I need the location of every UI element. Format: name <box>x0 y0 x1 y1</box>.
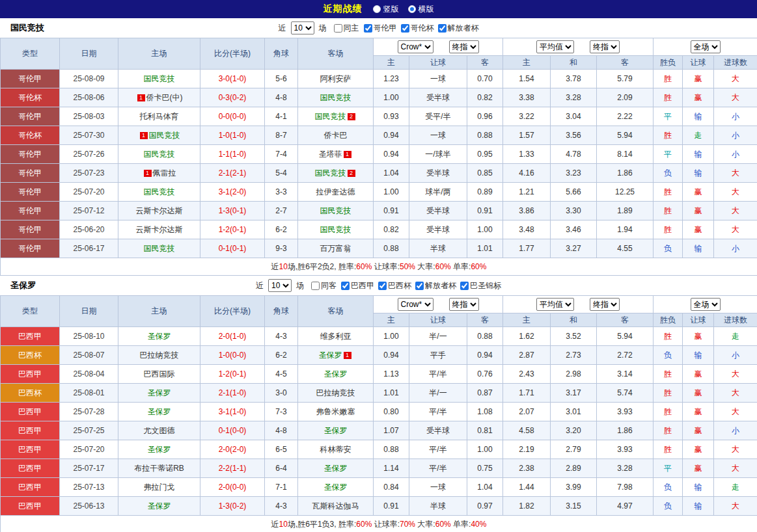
filter-bar: 圣保罗 近 10 场 同客 巴西甲巴西杯解放者杯巴圣锦标 <box>0 276 757 295</box>
league-filter-1[interactable]: 哥伦杯 <box>401 23 434 34</box>
league-filter-2[interactable]: 解放者杯 <box>415 280 456 291</box>
league-filter-0[interactable]: 哥伦甲 <box>364 23 397 34</box>
team-link: 巴拉纳竞技 <box>316 388 355 397</box>
result-handicap: 输 <box>683 346 714 365</box>
handicap-line: 受半球 <box>409 220 467 239</box>
radio-label: 横版 <box>419 4 434 15</box>
team-link: 国民竞技 <box>144 187 175 196</box>
euro-odds-home: 2.43 <box>503 365 551 384</box>
match-date: 25-07-13 <box>60 478 118 497</box>
league-checkbox[interactable] <box>460 282 469 290</box>
period-select[interactable]: 全场 <box>691 40 721 53</box>
match-date: 25-07-25 <box>60 421 118 440</box>
handicap-line: 受半球 <box>409 202 467 220</box>
bookmaker-select[interactable]: Crow* <box>398 298 434 311</box>
average-select[interactable]: 平均值 <box>536 298 574 311</box>
result-outcome: 负 <box>654 478 683 497</box>
euro-odds-draw: 3.15 <box>551 497 597 516</box>
home-team-cell: 弗拉门戈 <box>118 478 200 497</box>
away-team-cell: 国民竞技2 <box>298 107 374 126</box>
orientation-radio-0[interactable]: 竖版 <box>373 4 399 15</box>
orientation-radio-1[interactable]: 横版 <box>408 4 434 15</box>
same-venue-checkbox[interactable] <box>311 282 320 290</box>
col-header-euro-home: 主 <box>503 56 551 70</box>
col-header-score: 比分(半场) <box>200 38 265 70</box>
handicap-odds-away: 0.81 <box>467 421 503 440</box>
match-row: 哥伦甲25-08-09国民竞技3-0(1-0)5-6阿利安萨1.23一球0.70… <box>1 70 757 88</box>
euro-odds-home: 2.38 <box>503 459 551 478</box>
summary-segment: 60% <box>471 262 486 271</box>
away-team-cell: 圣保罗1 <box>298 346 374 365</box>
summary-segment: 近 <box>271 520 279 529</box>
odds-stage-select-2[interactable]: 终指 <box>590 298 620 311</box>
odds-stage-select[interactable]: 终指 <box>449 298 479 311</box>
match-date: 25-07-30 <box>60 126 118 145</box>
odds-stage-select[interactable]: 终指 <box>449 40 479 53</box>
away-team-cell: 圣保罗 <box>298 421 374 440</box>
euro-odds-home: 1.77 <box>503 239 551 258</box>
red-card-badge: 1 <box>140 132 148 139</box>
score: 1-0(1-0) <box>200 126 265 145</box>
result-group: 全场 <box>654 296 757 313</box>
league-type: 巴西甲 <box>1 421 60 440</box>
team-link: 布拉干蒂诺RB <box>134 464 184 473</box>
result-handicap: 赢 <box>683 70 714 88</box>
col-header-away: 客场 <box>298 38 374 70</box>
odds-stage-select-2[interactable]: 终指 <box>590 40 620 53</box>
league-filter-2[interactable]: 解放者杯 <box>438 23 479 34</box>
handicap-line: 平/半 <box>409 365 467 384</box>
league-checkbox[interactable] <box>364 24 372 33</box>
same-venue-checkbox[interactable] <box>334 24 342 33</box>
team-link: 巴西国际 <box>144 369 175 379</box>
match-row: 巴西杯25-08-07巴拉纳竞技1-0(0-0)6-2圣保罗10.94平手0.9… <box>1 346 757 365</box>
handicap-odds-home: 1.00 <box>374 88 409 107</box>
col-header-hcap-away: 客 <box>467 313 503 327</box>
away-team-cell: 国民竞技2 <box>298 164 374 183</box>
corner-count: 4-3 <box>265 497 298 516</box>
league-checkbox[interactable] <box>401 24 409 33</box>
league-type: 哥伦杯 <box>1 126 60 145</box>
home-team-cell: 国民竞技 <box>118 145 200 164</box>
result-handicap: 赢 <box>683 403 714 421</box>
same-venue-filter[interactable]: 同主 <box>334 23 359 34</box>
handicap-odds-home: 1.00 <box>374 327 409 346</box>
euro-odds-home: 3.86 <box>503 202 551 220</box>
home-team-cell: 巴西国际 <box>118 365 200 384</box>
league-checkbox[interactable] <box>341 282 350 290</box>
result-outcome: 平 <box>654 459 683 478</box>
league-checkbox[interactable] <box>415 282 424 290</box>
league-filter-1[interactable]: 巴西杯 <box>378 280 411 291</box>
average-select[interactable]: 平均值 <box>536 40 574 53</box>
home-team-cell: 国民竞技 <box>118 183 200 202</box>
recent-prefix-label: 近 <box>256 280 264 291</box>
match-count-select[interactable]: 10 <box>268 279 292 292</box>
col-header-outcome: 胜负 <box>654 56 683 70</box>
league-checkbox[interactable] <box>378 282 387 290</box>
corner-count: 4-1 <box>265 107 298 126</box>
result-goals: 小 <box>714 239 757 258</box>
bookmaker-select[interactable]: Crow* <box>398 40 434 53</box>
handicap-odds-home: 1.23 <box>374 70 409 88</box>
result-outcome: 负 <box>654 239 683 258</box>
result-goals: 大 <box>714 384 757 403</box>
league-filter-0[interactable]: 巴西甲 <box>341 280 374 291</box>
league-type: 哥伦甲 <box>1 183 60 202</box>
match-row: 哥伦甲25-06-17国民竞技0-1(0-1)9-3百万富翁0.88半球1.01… <box>1 239 757 258</box>
result-handicap: 输 <box>683 239 714 258</box>
euro-odds-home: 3.22 <box>503 107 551 126</box>
match-row: 巴西甲25-08-10圣保罗2-0(1-0)4-3维多利亚1.00半/一0.88… <box>1 327 757 346</box>
league-filter-3[interactable]: 巴圣锦标 <box>460 280 501 291</box>
handicap-odds-away: 0.82 <box>467 88 503 107</box>
same-venue-filter[interactable]: 同客 <box>311 280 337 291</box>
handicap-odds-away: 0.89 <box>467 183 503 202</box>
summary-segment: 60% <box>356 262 372 271</box>
col-header-hcap-result: 让球 <box>683 56 714 70</box>
handicap-odds-home: 0.94 <box>374 126 409 145</box>
period-select[interactable]: 全场 <box>691 298 721 311</box>
handicap-odds-home: 0.82 <box>374 220 409 239</box>
col-header-hcap-home: 主 <box>374 313 409 327</box>
match-count-select[interactable]: 10 <box>291 21 314 34</box>
handicap-odds-away: 1.08 <box>467 403 503 421</box>
league-checkbox[interactable] <box>438 24 447 33</box>
handicap-odds-home: 0.94 <box>374 346 409 365</box>
